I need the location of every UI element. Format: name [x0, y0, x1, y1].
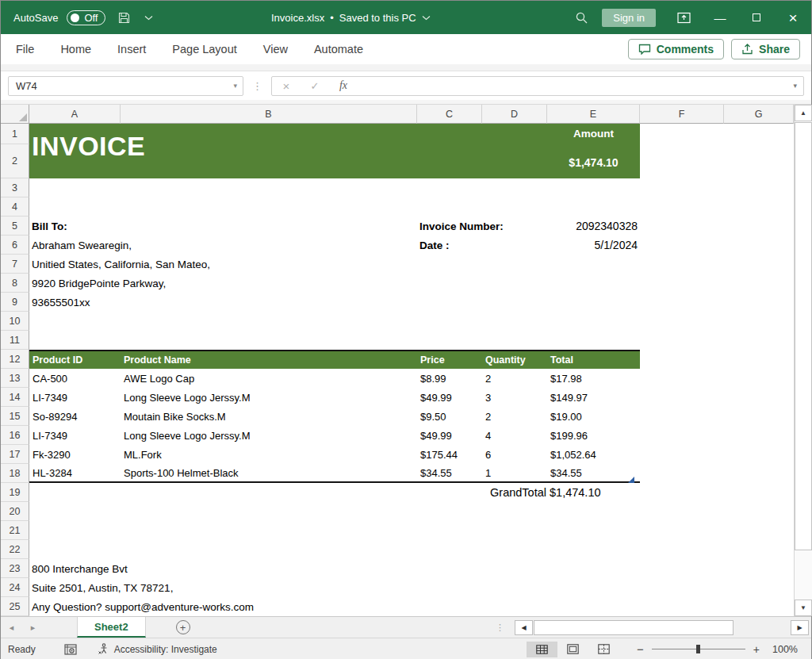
table-row-cell[interactable]: $19.00: [547, 407, 640, 426]
row-header-14[interactable]: 14: [1, 388, 29, 407]
minimize-button[interactable]: —: [702, 1, 738, 34]
cell-E19-grand-total-value[interactable]: $1,474.10: [547, 483, 640, 502]
row-header-9[interactable]: 9: [1, 293, 29, 312]
zoom-in-button[interactable]: +: [753, 643, 760, 656]
zoom-out-button[interactable]: −: [637, 642, 644, 656]
insert-function-button[interactable]: fx: [329, 79, 358, 92]
scroll-right-icon[interactable]: ▶: [791, 620, 809, 635]
table-row-cell[interactable]: ML.Fork: [121, 445, 417, 464]
column-header-D[interactable]: D: [482, 105, 547, 124]
cell-A9-bill-to-phone[interactable]: 93655501xx: [29, 293, 417, 312]
sheet-tab-sheet2[interactable]: Sheet2: [77, 617, 146, 638]
table-row-cell[interactable]: AWE Logo Cap: [121, 369, 417, 388]
row-header-11[interactable]: 11: [1, 331, 29, 350]
table-row-cell[interactable]: 2: [482, 369, 547, 388]
tab-file[interactable]: File: [16, 43, 34, 56]
sign-in-button[interactable]: Sign in: [602, 9, 656, 27]
table-row-cell[interactable]: HL-3284: [29, 464, 121, 483]
zoom-slider-handle[interactable]: [696, 645, 700, 653]
table-row-cell[interactable]: Moutain Bike Socks.M: [121, 407, 417, 426]
horizontal-scrollbar[interactable]: ⋮ ◀ ▶: [496, 617, 811, 638]
row-header-17[interactable]: 17: [1, 445, 29, 464]
ribbon-display-options-icon[interactable]: [665, 1, 702, 34]
vertical-scrollbar[interactable]: ▲ ▼: [794, 105, 812, 616]
cell-A23-footer-address1[interactable]: 800 Interchange Bvt: [29, 559, 482, 578]
table-row-cell[interactable]: $17.98: [547, 369, 640, 388]
saved-status[interactable]: Saved to this PC: [339, 12, 416, 24]
row-header-3[interactable]: 3: [1, 178, 29, 197]
table-row-cell[interactable]: $199.96: [547, 426, 640, 445]
column-header-F[interactable]: F: [640, 105, 724, 124]
table-row-cell[interactable]: So-89294: [29, 407, 121, 426]
row-header-10[interactable]: 10: [1, 312, 29, 331]
table-row-cell[interactable]: $34.55: [547, 464, 640, 483]
customize-quick-access-chevron-icon[interactable]: [142, 6, 155, 29]
table-row-cell[interactable]: 6: [482, 445, 547, 464]
row-header-5[interactable]: 5: [1, 216, 29, 236]
table-row-cell[interactable]: $175.44: [417, 445, 482, 464]
row-header-2[interactable]: 2: [1, 144, 29, 178]
table-row-cell[interactable]: LI-7349: [29, 426, 121, 445]
table-row-cell[interactable]: 4: [482, 426, 547, 445]
header-price[interactable]: Price: [417, 350, 482, 369]
row-header-25[interactable]: 25: [1, 597, 29, 616]
cell-A8-bill-to-street[interactable]: 9920 BridgePointe Parkway,: [29, 274, 417, 293]
column-header-E[interactable]: E: [547, 105, 640, 124]
invoice-banner-merged-cell[interactable]: INVOICE Amount $1,474.10: [29, 124, 640, 178]
zoom-slider[interactable]: [652, 649, 745, 649]
row-header-7[interactable]: 7: [1, 255, 29, 274]
row-header-6[interactable]: 6: [1, 236, 29, 255]
tab-automate[interactable]: Automate: [314, 43, 363, 56]
column-header-C[interactable]: C: [417, 105, 482, 124]
name-box-dropdown-icon[interactable]: ▾: [233, 82, 243, 90]
enter-button[interactable]: ✓: [301, 80, 329, 92]
row-header-18[interactable]: 18: [1, 464, 29, 483]
table-row-cell[interactable]: 3: [482, 388, 547, 407]
table-row-cell[interactable]: Sports-100 Helmet-Black: [121, 464, 417, 483]
table-row-cell[interactable]: Long Sleeve Logo Jerssy.M: [121, 426, 417, 445]
saved-status-chevron-icon[interactable]: [422, 15, 431, 21]
scroll-left-icon[interactable]: ◀: [515, 620, 533, 635]
horizontal-scroll-thumb[interactable]: [534, 620, 733, 635]
cell-A25-footer-support[interactable]: Any Question? support@adventure-works.co…: [29, 597, 482, 616]
macro-record-icon[interactable]: [64, 644, 77, 655]
row-header-23[interactable]: 23: [1, 559, 29, 578]
close-button[interactable]: ×: [775, 1, 811, 34]
header-total[interactable]: Total: [547, 350, 640, 369]
tab-insert[interactable]: Insert: [117, 43, 146, 56]
table-row-cell[interactable]: $34.55: [417, 464, 482, 483]
table-row-cell[interactable]: $149.97: [547, 388, 640, 407]
cell-E6-date[interactable]: 5/1/2024: [547, 236, 640, 255]
formula-input[interactable]: [358, 77, 793, 95]
new-sheet-button[interactable]: +: [176, 620, 190, 634]
search-icon[interactable]: [572, 6, 591, 29]
table-row-cell[interactable]: $1,052.64: [547, 445, 640, 464]
column-header-A[interactable]: A: [29, 105, 121, 124]
cell-E5-invoice-number[interactable]: 2092340328: [547, 216, 640, 236]
sheet-nav-prev-icon[interactable]: ◂: [1, 617, 22, 638]
row-header-12[interactable]: 12: [1, 350, 29, 369]
tab-home[interactable]: Home: [60, 43, 91, 56]
normal-view-button[interactable]: [527, 642, 557, 657]
table-row-cell[interactable]: $8.99: [417, 369, 482, 388]
tab-view[interactable]: View: [263, 43, 288, 56]
column-header-G[interactable]: G: [724, 105, 794, 124]
comments-button[interactable]: Comments: [628, 39, 724, 59]
row-header-1[interactable]: 1: [1, 124, 29, 144]
select-all-corner[interactable]: [1, 105, 29, 124]
row-header-15[interactable]: 15: [1, 407, 29, 426]
table-row-cell[interactable]: Long Sleeve Logo Jerssy.M: [121, 388, 417, 407]
row-header-16[interactable]: 16: [1, 426, 29, 445]
cell-A7-bill-to-region[interactable]: Unitied States, California, San Mateo,: [29, 255, 417, 274]
formula-bar-expand-icon[interactable]: ▾: [793, 82, 803, 90]
zoom-level[interactable]: 100%: [772, 644, 804, 655]
tab-page-layout[interactable]: Page Layout: [172, 43, 236, 56]
cancel-button[interactable]: ×: [272, 79, 301, 93]
row-header-19[interactable]: 19: [1, 483, 29, 502]
cell-A24-footer-address2[interactable]: Suite 2501, Austin, TX 78721,: [29, 578, 482, 597]
cell-C5-invoice-number-label[interactable]: Invoice Number:: [417, 216, 547, 236]
autosave-toggle[interactable]: Off: [67, 10, 105, 25]
table-row-cell[interactable]: Fk-3290: [29, 445, 121, 464]
row-header-24[interactable]: 24: [1, 578, 29, 597]
scrollbar-resize-handle-icon[interactable]: ⋮: [496, 623, 504, 633]
